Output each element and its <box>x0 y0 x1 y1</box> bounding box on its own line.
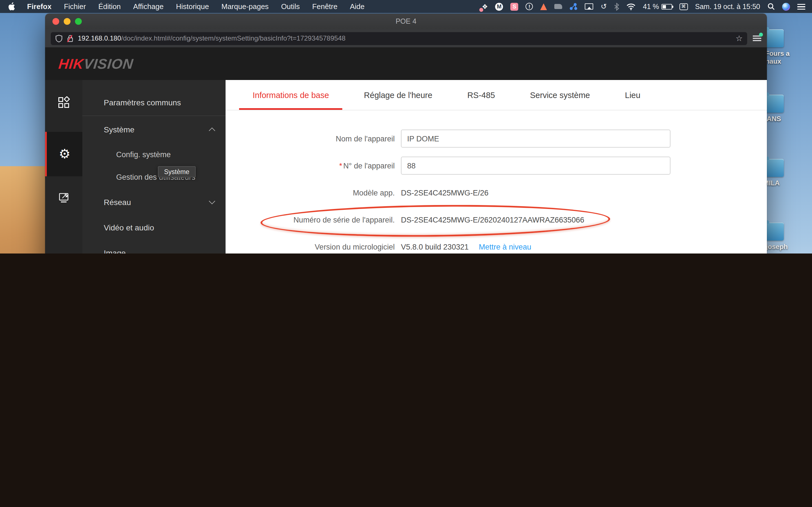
required-asterisk: * <box>339 161 342 170</box>
sidebar-item-label: Vidéo et audio <box>104 223 154 232</box>
menu-item-firefox[interactable]: Firefox <box>21 0 58 13</box>
menu-item-outils[interactable]: Outils <box>275 0 306 13</box>
insecure-lock-icon[interactable] <box>66 34 74 43</box>
menu-item-aide[interactable]: Aide <box>344 0 371 13</box>
field-input-1[interactable] <box>401 157 670 175</box>
apple-menu[interactable] <box>0 0 21 13</box>
menu-bar-status: ❖MS!↺41 %↯⌘Sam. 19 oct. à 15:50 <box>482 0 812 13</box>
sidebar-item-label: Config. système <box>116 150 171 159</box>
field-value: DS-2SE4C425MWG-E/2620240127AAWRAZ6635066 <box>401 211 584 228</box>
url-host: 192.168.0.180 <box>78 34 121 42</box>
menu-item-affichage[interactable]: Affichage <box>127 0 170 13</box>
sidebar-item-param-tres-communs[interactable]: Paramètres communs <box>82 90 225 115</box>
bluetooth-icon[interactable] <box>614 3 619 10</box>
field-label: Numéro de série de l'appareil. <box>225 211 395 228</box>
menu-item-marque-pages[interactable]: Marque-pages <box>215 0 275 13</box>
field-label: *N° de l'appareil <box>225 157 395 174</box>
shield-icon[interactable] <box>55 34 63 43</box>
form-row: Numéro de série de l'appareil.DS-2SE4C42… <box>225 211 767 228</box>
tab-service-syst-me[interactable]: Service système <box>516 80 604 110</box>
tab-informations-de-base[interactable]: Informations de base <box>239 80 343 110</box>
sidebar-item-syst-me[interactable]: Système <box>82 117 225 142</box>
menu-bar-clock[interactable]: Sam. 19 oct. à 15:50 <box>695 3 760 10</box>
hikvision-header: HIKVISION <box>45 47 767 80</box>
sidebar-divider <box>82 115 225 116</box>
siri-icon[interactable] <box>782 3 790 10</box>
form-row: Nom de l'appareil <box>225 130 767 147</box>
zoom-window-button[interactable] <box>75 18 82 25</box>
maintenance-icon[interactable] <box>45 185 82 210</box>
sidebar-item-config-syst-me[interactable]: Config. système <box>82 142 225 167</box>
form-row: Version du micrologicielV5.8.0 build 230… <box>225 238 767 253</box>
sidebar-item-r-seau[interactable]: Réseau <box>82 190 225 215</box>
gear-icon: ⚙ <box>59 148 70 161</box>
system-tooltip: Système <box>158 166 196 177</box>
settings-tabs: Informations de baseRéglage de l'heureRS… <box>225 80 767 110</box>
field-input-0[interactable] <box>401 129 670 148</box>
bookmark-star-icon[interactable]: ☆ <box>735 34 743 42</box>
url-text[interactable]: 192.168.0.180/doc/index.html#/config/sys… <box>78 34 345 42</box>
sidebar-item-label: Paramètres communs <box>104 98 181 107</box>
menu-item-historique[interactable]: Historique <box>170 0 215 13</box>
sidebar-item-label: Image <box>104 248 126 253</box>
modules-grid-icon[interactable] <box>45 90 82 115</box>
field-label: Version du micrologiciel <box>225 238 395 253</box>
apple-icon <box>8 2 15 11</box>
url-bar[interactable]: 192.168.0.180/doc/index.html#/config/sys… <box>51 32 747 45</box>
sidebar-item-vid-o-et-audio[interactable]: Vidéo et audio <box>82 215 225 240</box>
app-body: ⚙ Paramètres communsSystèmeConfig. systè… <box>45 80 767 253</box>
sidebar-item-label: Système <box>104 125 135 134</box>
field-label: Nom de l'appareil <box>225 130 395 147</box>
menu-item-fichier[interactable]: Fichier <box>58 0 92 13</box>
settings-rail-item[interactable]: ⚙ <box>45 132 82 176</box>
battery-icon: ↯ <box>661 4 672 9</box>
window-title: POE 4 <box>396 17 416 25</box>
field-label: Modèle app. <box>225 184 395 201</box>
basic-info-form: Nom de l'appareil*N° de l'appareilModèle… <box>225 110 767 253</box>
tab-rs-485[interactable]: RS-485 <box>454 80 508 110</box>
field-value: DS-2SE4C425MWG-E/26 <box>401 184 489 201</box>
main-panel: Informations de baseRéglage de l'heureRS… <box>225 80 767 253</box>
title-bar[interactable]: POE 4 <box>45 13 767 29</box>
hikvision-logo: HIKVISION <box>58 55 134 72</box>
camera-app-icon[interactable] <box>554 4 562 9</box>
menu-bar-left: FirefoxFichierÉditionAffichageHistorique… <box>0 0 371 13</box>
sidebar-menu: Paramètres communsSystèmeConfig. système… <box>82 80 225 253</box>
battery-indicator[interactable]: 41 %↯ <box>643 3 672 10</box>
notification-center-icon[interactable] <box>797 4 805 9</box>
minimize-window-button[interactable] <box>64 18 70 25</box>
upgrade-link[interactable]: Mettre à niveau <box>479 242 531 251</box>
spotlight-icon[interactable] <box>767 3 775 10</box>
diamonds-app-icon[interactable]: ❖ <box>482 3 488 10</box>
url-path: /doc/index.html#/config/system/systemSet… <box>121 34 346 42</box>
firefox-menu-icon[interactable] <box>753 35 761 42</box>
tab-r-glage-de-l-heure[interactable]: Réglage de l'heure <box>350 80 446 110</box>
input-source-icon[interactable]: ⌘ <box>679 3 688 10</box>
browser-toolbar: 192.168.0.180/doc/index.html#/config/sys… <box>45 29 767 47</box>
form-row: Modèle app.DS-2SE4C425MWG-E/26 <box>225 184 767 201</box>
menu-item-fen-tre[interactable]: Fenêtre <box>306 0 344 13</box>
sidebar-item-label: Réseau <box>104 198 131 207</box>
form-row: *N° de l'appareil <box>225 157 767 174</box>
m-app-icon[interactable]: M <box>495 3 503 10</box>
chevron-up-icon <box>209 128 215 134</box>
airplay-display-icon[interactable] <box>585 3 593 10</box>
share-nodes-icon[interactable] <box>569 3 577 10</box>
tab-lieu[interactable]: Lieu <box>612 80 654 110</box>
vlc-cone-icon[interactable] <box>540 3 547 10</box>
menu-item--dition[interactable]: Édition <box>92 0 127 13</box>
chevron-down-icon <box>209 198 215 205</box>
sidebar-item-gestion-des-utilisateurs[interactable]: Gestion des utilisateurs <box>82 165 225 189</box>
clock-text: Sam. 19 oct. à 15:50 <box>695 3 760 10</box>
battery-percent: 41 % <box>643 3 659 10</box>
sidebar-icon-rail: ⚙ <box>45 80 82 253</box>
field-value: V5.8.0 build 230321Mettre à niveau <box>401 238 531 253</box>
time-machine-icon[interactable]: ↺ <box>601 3 607 10</box>
wifi-icon[interactable] <box>626 3 636 10</box>
info-app-icon[interactable]: ! <box>525 3 533 10</box>
sidebar-item-image[interactable]: Image <box>82 240 225 253</box>
s-app-icon[interactable]: S <box>510 3 518 10</box>
browser-window: POE 4 192.168.0.180/doc/index.html#/conf… <box>45 13 767 253</box>
close-window-button[interactable] <box>52 18 59 25</box>
desktop-screen: ion Fours achauxCANSMILAort josephre d'é… <box>0 0 812 253</box>
